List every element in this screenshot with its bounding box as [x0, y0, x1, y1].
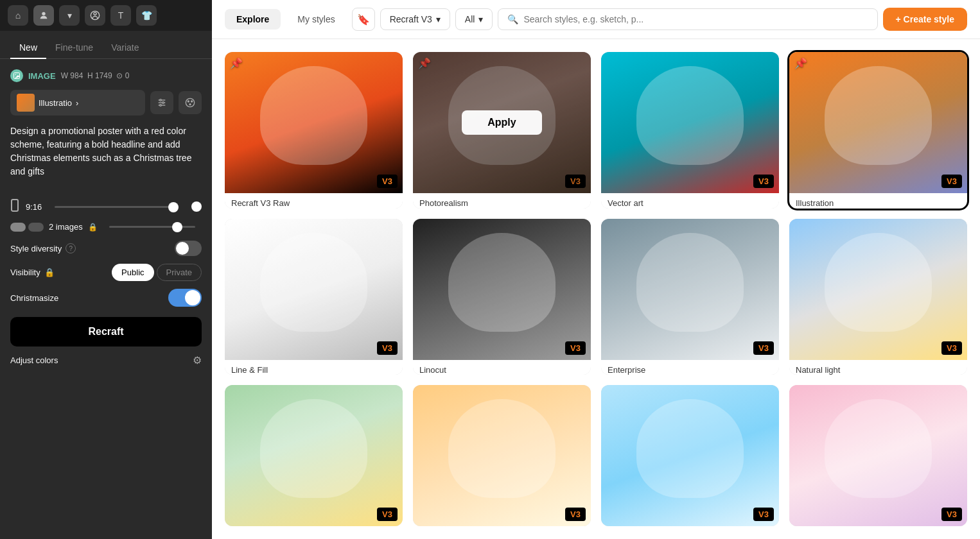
pin-icon-illustration: 📌	[794, 57, 807, 69]
style-diversity-help[interactable]: ?	[66, 243, 76, 253]
tab-new[interactable]: New	[10, 37, 46, 59]
style-thumb	[17, 94, 35, 112]
shirt-icon[interactable]: 👕	[136, 5, 157, 26]
style-arrow: ›	[76, 98, 78, 108]
style-card-image-enterprise: V3	[601, 219, 779, 360]
tab-variate[interactable]: Variate	[102, 37, 148, 59]
style-card-image-recraft-v3-raw: V3📌	[225, 52, 403, 193]
v3-badge-line-fill: V3	[377, 341, 398, 355]
style-card-image-bottom-4: V3	[789, 385, 967, 526]
v3-badge-bottom-2: V3	[565, 508, 586, 521]
style-card-linocut[interactable]: V3Linocut	[413, 219, 591, 375]
visibility-public-btn[interactable]: Public	[112, 264, 153, 281]
images-lock-icon: 🔒	[88, 223, 98, 232]
all-select[interactable]: All ▾	[455, 8, 493, 30]
image-section: IMAGE W 984 H 1749 ⊙ 0	[10, 69, 202, 82]
image-dimensions: W 984 H 1749 ⊙ 0	[61, 71, 130, 80]
visibility-label: Visibility 🔒	[10, 268, 55, 277]
search-icon: 🔍	[507, 14, 518, 24]
tab-finetune[interactable]: Fine-tune	[46, 37, 102, 59]
style-card-photorealism[interactable]: V3📌ApplyPhotorealism	[413, 52, 591, 209]
home-icon[interactable]: ⌂	[8, 5, 28, 26]
adjust-colors-label: Adjust colors	[10, 355, 58, 365]
style-pill[interactable]: Illustratio ›	[10, 90, 145, 116]
style-card-bottom-2[interactable]: V3	[413, 385, 591, 526]
christmasize-thumb: ❄	[185, 290, 200, 305]
ratio-slider-thumb	[168, 202, 179, 212]
pin-icon-recraft-v3-raw: 📌	[230, 57, 243, 69]
user-circle-icon[interactable]	[85, 5, 105, 26]
image-label: IMAGE	[28, 71, 56, 81]
style-diversity-toggle[interactable]	[175, 241, 202, 256]
svg-point-8	[160, 99, 162, 101]
style-card-label-enterprise: Enterprise	[601, 360, 779, 375]
sidebar: ⌂ ▾ T 👕 New Fine-tune Variate IMAGE W 98…	[0, 0, 212, 539]
ratio-slider[interactable]	[55, 206, 179, 208]
style-card-image-illustration: V3📌	[789, 52, 967, 193]
style-card-image-bottom-3: V3	[601, 385, 779, 526]
style-diversity-thumb	[176, 242, 189, 255]
apply-overlay-photorealism: Apply	[413, 52, 591, 193]
v3-badge-linocut: V3	[565, 341, 586, 355]
tab-explore[interactable]: Explore	[225, 9, 281, 30]
version-select[interactable]: Recraft V3 ▾	[380, 8, 450, 30]
images-slider[interactable]	[109, 226, 195, 228]
style-card-bottom-1[interactable]: V3	[225, 385, 403, 526]
style-card-vector-art[interactable]: V3Vector art	[601, 52, 779, 209]
version-label: Recraft V3	[390, 14, 432, 24]
svg-point-2	[94, 12, 96, 15]
v3-badge-enterprise: V3	[753, 341, 774, 355]
christmasize-toggle[interactable]: ❄	[168, 289, 202, 307]
tab-my-styles[interactable]: My styles	[286, 9, 346, 30]
adjust-colors-icon[interactable]: ⚙	[193, 354, 202, 366]
top-nav: Explore My styles 🔖 Recraft V3 ▾ All ▾ 🔍…	[212, 0, 980, 39]
visibility-lock: 🔒	[44, 268, 55, 277]
sidebar-tabs: New Fine-tune Variate	[0, 31, 212, 59]
ratio-end-thumb	[191, 201, 202, 212]
person-icon[interactable]	[33, 5, 54, 26]
svg-point-9	[162, 102, 164, 104]
style-palette-btn[interactable]	[179, 91, 202, 114]
svg-point-10	[160, 105, 162, 107]
topbar-icons: ⌂ ▾ T 👕	[0, 0, 212, 31]
svg-point-0	[42, 12, 45, 15]
style-settings-btn[interactable]	[150, 91, 173, 114]
christmasize-row: Christmasize ❄	[10, 289, 202, 307]
style-card-label-recraft-v3-raw: Recraft V3 Raw	[225, 193, 403, 209]
search-input[interactable]	[523, 14, 868, 24]
img-dot-1	[10, 223, 26, 232]
style-card-image-linocut: V3	[413, 219, 591, 360]
style-card-label-illustration: Illustration	[789, 193, 967, 209]
images-slider-thumb	[172, 222, 182, 232]
style-card-label-natural-light: Natural light	[789, 360, 967, 375]
visibility-private-btn[interactable]: Private	[157, 264, 202, 281]
ratio-label: 9:16	[26, 202, 42, 212]
visibility-buttons: Public Private	[112, 264, 202, 281]
style-card-natural-light[interactable]: V3Natural light	[789, 219, 967, 375]
style-card-image-line-fill: V3	[225, 219, 403, 360]
style-card-illustration[interactable]: V3📌Illustration	[789, 52, 967, 209]
style-selector: Illustratio ›	[10, 90, 202, 116]
text-icon[interactable]: T	[110, 5, 131, 26]
style-card-line-fill[interactable]: V3Line & Fill	[225, 219, 403, 375]
recraft-button[interactable]: Recraft	[10, 317, 202, 346]
svg-point-13	[191, 101, 193, 102]
style-diversity-label: Style diversity ?	[10, 243, 76, 253]
style-card-label-photorealism: Photorealism	[413, 193, 591, 209]
images-label: 2 images	[49, 222, 83, 232]
prompt-text: Design a promotional poster with a red c…	[10, 124, 202, 189]
v3-badge-bottom-3: V3	[753, 508, 774, 521]
style-card-enterprise[interactable]: V3Enterprise	[601, 219, 779, 375]
style-card-bottom-3[interactable]: V3	[601, 385, 779, 526]
apply-button-photorealism[interactable]: Apply	[462, 110, 541, 135]
images-toggle	[10, 223, 44, 232]
dropdown-icon[interactable]: ▾	[59, 5, 80, 26]
create-style-button[interactable]: + Create style	[883, 8, 967, 31]
svg-point-11	[186, 98, 194, 107]
v3-badge-bottom-1: V3	[377, 508, 398, 521]
style-card-image-vector-art: V3	[601, 52, 779, 193]
bookmark-button[interactable]: 🔖	[352, 8, 375, 31]
style-card-recraft-v3-raw[interactable]: V3📌Recraft V3 Raw	[225, 52, 403, 209]
style-card-bottom-4[interactable]: V3	[789, 385, 967, 526]
all-label: All	[465, 14, 475, 24]
